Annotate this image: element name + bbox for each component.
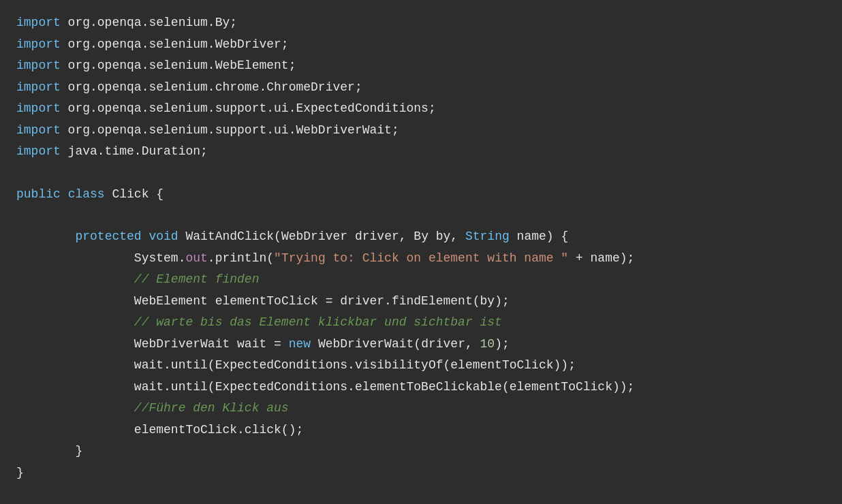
code-token: import: [16, 120, 61, 142]
code-token: org.openqa.selenium.WebDriver;: [61, 34, 289, 56]
code-token: [16, 312, 134, 334]
code-token: String: [465, 226, 510, 248]
code-line: wait.until(ExpectedConditions.elementToB…: [0, 377, 842, 398]
code-token: //Führe den Klick aus: [134, 398, 289, 420]
code-token: );: [495, 334, 510, 356]
code-token: elementToClick.click();: [16, 420, 303, 441]
code-token: wait.until(ExpectedConditions.elementToB…: [16, 377, 634, 398]
code-line: public class Click {: [0, 184, 842, 206]
code-token: WebDriver: [281, 226, 347, 248]
code-token: name) {: [510, 226, 568, 248]
code-line: wait.until(ExpectedConditions.visibility…: [0, 355, 842, 377]
code-token: }: [16, 441, 82, 462]
code-token: // warte bis das Element klickbar und si…: [134, 312, 502, 334]
code-token: [105, 184, 112, 206]
code-line: }: [0, 462, 842, 484]
code-line: import org.openqa.selenium.support.ui.Ex…: [0, 98, 842, 120]
code-token: by,: [428, 226, 465, 248]
code-token: wait =: [230, 334, 288, 356]
code-token: .println(: [208, 248, 274, 270]
code-token: protected: [75, 226, 141, 248]
code-token: wait.until(ExpectedConditions.visibility…: [16, 355, 576, 377]
blank-line: [0, 205, 842, 226]
code-token: import: [16, 12, 61, 34]
code-line: import org.openqa.selenium.WebElement;: [0, 55, 842, 77]
code-token: [142, 226, 149, 248]
code-token: driver,: [347, 226, 414, 248]
code-token: import: [16, 34, 61, 56]
code-token: By: [414, 226, 428, 248]
code-token: import: [16, 98, 61, 120]
code-line: elementToClick.click();: [0, 420, 842, 441]
code-line: //Führe den Klick aus: [0, 398, 842, 420]
code-line: System.out.println("Trying to: Click on …: [0, 248, 842, 270]
code-token: org.openqa.selenium.WebElement;: [61, 55, 296, 77]
code-editor: import org.openqa.selenium.By;import org…: [0, 0, 842, 504]
code-token: WebElement: [134, 291, 208, 313]
code-token: [16, 226, 75, 248]
code-line: // warte bis das Element klickbar und si…: [0, 312, 842, 334]
code-token: public: [16, 184, 61, 206]
blank-line: [0, 163, 842, 184]
code-token: }: [16, 462, 24, 484]
code-token: [311, 334, 318, 356]
code-token: "Trying to: Click on element with name ": [274, 248, 568, 270]
code-token: import: [16, 55, 61, 77]
code-line: import org.openqa.selenium.support.ui.We…: [0, 120, 842, 142]
code-token: org.openqa.selenium.chrome.ChromeDriver;: [61, 77, 362, 99]
code-token: System.: [16, 248, 185, 270]
code-line: import java.time.Duration;: [0, 141, 842, 163]
code-token: + name);: [568, 248, 634, 270]
code-token: {: [149, 184, 163, 206]
code-token: 10: [480, 334, 495, 356]
code-token: [16, 291, 134, 313]
code-line: // Element finden: [0, 269, 842, 291]
code-token: import: [16, 77, 61, 99]
code-token: import: [16, 141, 61, 163]
code-token: org.openqa.selenium.support.ui.ExpectedC…: [61, 98, 436, 120]
code-line: import org.openqa.selenium.By;: [0, 12, 842, 34]
code-token: out: [185, 248, 207, 270]
code-token: Click: [112, 184, 149, 206]
code-line: import org.openqa.selenium.chrome.Chrome…: [0, 77, 842, 99]
code-token: [61, 184, 68, 206]
code-line: }: [0, 441, 842, 462]
code-token: org.openqa.selenium.support.ui.WebDriver…: [61, 120, 399, 142]
code-token: WebDriverWait: [318, 334, 414, 356]
code-token: (driver,: [414, 334, 480, 356]
code-token: class: [68, 184, 105, 206]
code-token: java.time.Duration;: [61, 141, 208, 163]
code-line: import org.openqa.selenium.WebDriver;: [0, 34, 842, 56]
code-line: protected void WaitAndClick(WebDriver dr…: [0, 226, 842, 248]
code-token: WaitAndClick(: [178, 226, 281, 248]
code-token: // Element finden: [134, 269, 260, 291]
code-token: elementToClick = driver.findElement(by);: [208, 291, 510, 313]
code-token: void: [149, 226, 178, 248]
code-token: new: [289, 334, 311, 356]
code-line: WebDriverWait wait = new WebDriverWait(d…: [0, 334, 842, 356]
code-token: org.openqa.selenium.By;: [61, 12, 237, 34]
code-line: WebElement elementToClick = driver.findE…: [0, 291, 842, 313]
code-token: [16, 269, 134, 291]
code-token: [16, 398, 134, 420]
code-token: WebDriverWait: [16, 334, 230, 356]
